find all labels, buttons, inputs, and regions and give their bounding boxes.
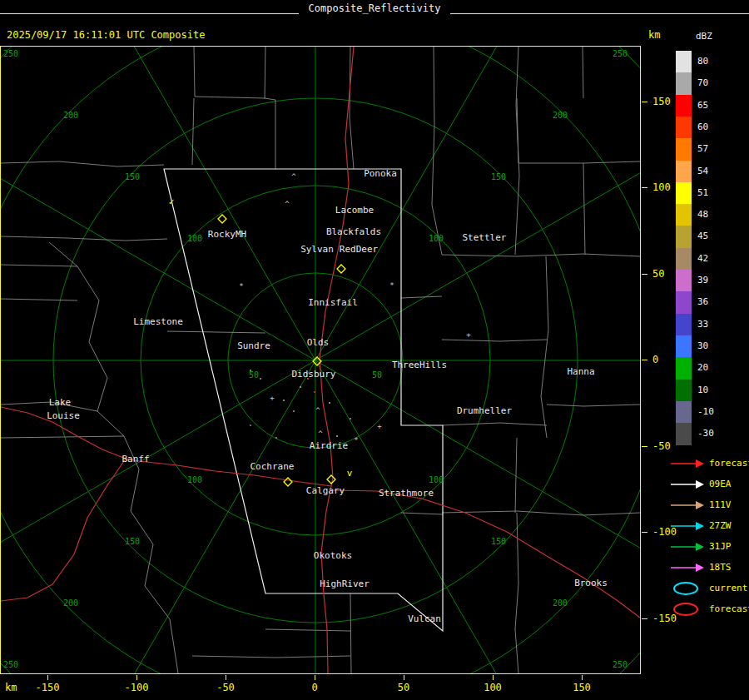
radar-site-marker xyxy=(337,265,345,273)
bottom-distance-axis: km -150-100-50050100150 xyxy=(0,674,641,700)
track-arrow-row: 18TS xyxy=(666,560,749,577)
dbz-label: 80 xyxy=(697,51,708,72)
city-label: Okotoks xyxy=(314,550,352,561)
dbz-label: 51 xyxy=(697,182,708,204)
dbz-legend-title: dBZ xyxy=(696,31,712,42)
overlay-label: 09EA xyxy=(709,479,732,489)
storm-ellipse-row: current xyxy=(666,581,749,598)
dbz-swatch xyxy=(676,51,692,73)
dbz-label: 70 xyxy=(697,72,708,94)
dbz-legend-entries: 80706560575451484542393633302010-10-30 xyxy=(666,51,749,475)
right-axis-tick xyxy=(642,187,647,188)
overlay-label: current xyxy=(709,583,747,593)
dbz-label: 42 xyxy=(697,248,708,270)
arrow-head xyxy=(696,459,704,468)
ring-distance-label: 250 xyxy=(613,49,627,58)
bottom-axis-tick xyxy=(136,675,137,680)
ring-distance-label: 200 xyxy=(63,598,78,608)
overlay-label: forecast xyxy=(709,603,749,614)
bottom-axis-tick xyxy=(493,675,494,680)
dbz-swatch xyxy=(676,335,692,358)
track-arrow-row: forecast xyxy=(666,456,749,473)
ellipse-shape xyxy=(674,603,697,615)
city-label: Sylvan xyxy=(300,244,334,255)
city-label: Innisfail xyxy=(308,297,358,308)
window-title: Composite_Reflectivity xyxy=(299,1,451,16)
arrow-head xyxy=(696,480,704,489)
bottom-axis-label: -100 xyxy=(125,682,149,693)
track-arrow-row: 31JP xyxy=(666,539,749,556)
dbz-swatch xyxy=(676,138,692,161)
bottom-axis-label: 0 xyxy=(311,682,317,693)
track-arrow-icon xyxy=(669,519,709,534)
ring-distance-label: 250 xyxy=(3,660,18,669)
echo-pixel xyxy=(336,435,338,437)
track-arrow-icon xyxy=(669,477,709,492)
bottom-axis-tick xyxy=(582,675,583,680)
dbz-swatch xyxy=(676,72,692,95)
yellow-annotation-mark: ✓ xyxy=(169,196,175,207)
bottom-axis-label: 50 xyxy=(398,682,409,693)
ring-distance-label: 150 xyxy=(491,537,506,546)
dbz-label: 48 xyxy=(697,204,708,226)
city-label: Didsbury xyxy=(292,369,336,380)
dbz-swatch xyxy=(676,248,692,271)
echo-pixel xyxy=(314,391,315,393)
dbz-label: 39 xyxy=(697,270,708,291)
track-arrow-icon xyxy=(669,539,709,554)
ring-distance-label: 50 xyxy=(249,370,259,380)
dbz-label: 45 xyxy=(697,226,708,247)
bottom-axis-label: 150 xyxy=(573,682,591,693)
dbz-label: 33 xyxy=(697,314,708,335)
dbz-swatch xyxy=(676,95,692,117)
city-label: Drumheller xyxy=(457,405,513,416)
annotation-mark: + xyxy=(270,394,275,402)
overlay-label: 31JP xyxy=(709,541,732,552)
city-label: Vulcan xyxy=(408,613,441,624)
arrow-head xyxy=(696,522,704,530)
dbz-swatch xyxy=(676,182,692,205)
right-axis-label: 50 xyxy=(652,268,664,280)
dbz-swatch xyxy=(676,161,692,183)
ring-distance-label: 150 xyxy=(491,172,506,181)
bottom-axis-label: -150 xyxy=(36,682,60,693)
coverage-outline xyxy=(164,169,443,631)
bottom-axis-tick xyxy=(47,675,48,680)
ring-distance-label: 200 xyxy=(553,111,568,120)
radar-canvas[interactable]: 2502001501002502001501002502001501002502… xyxy=(1,47,640,673)
ring-distance-label: 200 xyxy=(553,598,568,608)
radar-app-window: Composite_Reflectivity 2025/09/17 16:11:… xyxy=(0,0,749,700)
dbz-swatch xyxy=(676,226,692,248)
overlay-label: 27ZW xyxy=(709,520,732,531)
right-axis-tick xyxy=(642,274,647,275)
echo-pixel xyxy=(250,424,251,426)
city-label: Hanna xyxy=(567,366,594,377)
track-arrow-row: 27ZW xyxy=(666,519,749,535)
dbz-label: 65 xyxy=(697,95,708,117)
annotation-mark: * xyxy=(354,436,358,444)
overlay-label: 111V xyxy=(709,499,732,510)
bottom-axis-label: 100 xyxy=(484,682,502,693)
ring-distance-label: 150 xyxy=(125,537,140,546)
city-label: Strathmore xyxy=(379,488,434,499)
dbz-swatch xyxy=(676,380,692,402)
track-arrow-row: 111V xyxy=(666,498,749,514)
annotation-mark: ^ xyxy=(285,200,290,208)
echo-pixel xyxy=(300,386,301,388)
dbz-label: -30 xyxy=(697,423,714,444)
city-label: Airdrie xyxy=(310,440,348,451)
radar-map[interactable]: 2502001501002502001501002502001501002502… xyxy=(0,46,641,674)
city-label: Limestone xyxy=(133,316,183,327)
dbz-swatch xyxy=(676,401,692,424)
dbz-label: 10 xyxy=(697,380,708,401)
ring-distance-label: 100 xyxy=(429,234,444,243)
ring-distance-label: 100 xyxy=(187,475,202,484)
dbz-label: 36 xyxy=(697,291,708,313)
city-label: Lacombe xyxy=(335,205,374,216)
city-label: Cochrane xyxy=(250,461,295,472)
city-label: Calgary xyxy=(306,485,345,496)
track-arrow-icon xyxy=(669,456,709,471)
city-label: Lake xyxy=(49,397,72,408)
echo-pixel xyxy=(350,418,351,420)
city-label: Brooks xyxy=(574,578,608,588)
